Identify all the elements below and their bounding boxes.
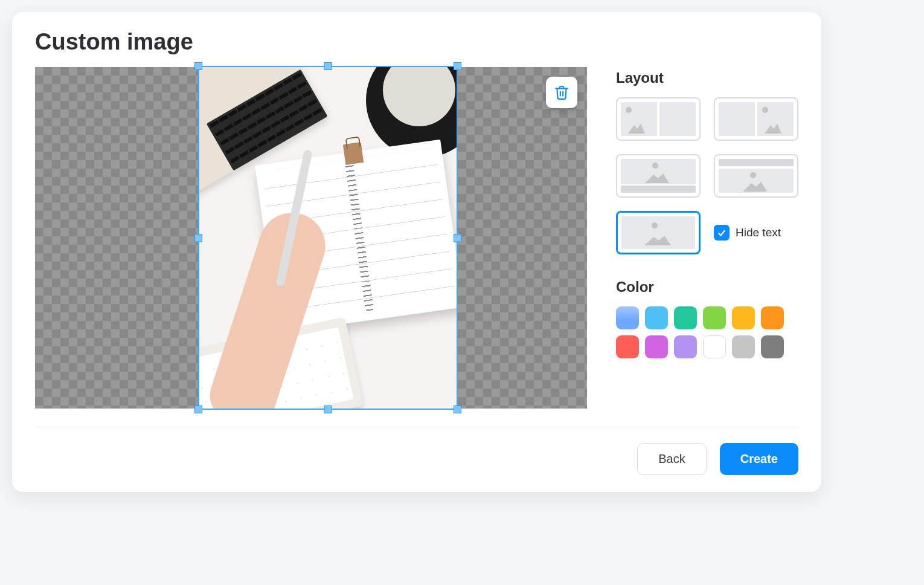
resize-handle-bl[interactable] bbox=[194, 406, 202, 413]
layout-option-banner-top[interactable] bbox=[714, 154, 798, 198]
custom-image-dialog: Custom image bbox=[12, 12, 821, 492]
color-swatch-9[interactable] bbox=[703, 335, 726, 358]
layout-option-image-left[interactable] bbox=[616, 97, 701, 141]
color-swatch-1[interactable] bbox=[645, 306, 668, 329]
color-swatch-2[interactable] bbox=[674, 306, 697, 329]
resize-handle-tr[interactable] bbox=[454, 62, 461, 70]
resize-handle-tc[interactable] bbox=[324, 62, 332, 70]
layout-section-title: Layout bbox=[616, 69, 798, 86]
check-icon bbox=[716, 227, 727, 238]
color-section-title: Color bbox=[616, 279, 798, 296]
hide-text-label: Hide text bbox=[736, 226, 781, 239]
color-swatches bbox=[616, 306, 797, 358]
color-swatch-4[interactable] bbox=[732, 306, 755, 329]
color-swatch-5[interactable] bbox=[761, 306, 784, 329]
resize-handle-ml[interactable] bbox=[194, 234, 202, 242]
color-swatch-10[interactable] bbox=[732, 335, 755, 358]
image-content bbox=[199, 67, 457, 409]
image-canvas[interactable] bbox=[35, 67, 587, 409]
layout-options: Hide text bbox=[616, 97, 798, 254]
layout-option-image-full[interactable] bbox=[616, 211, 701, 254]
selected-image[interactable] bbox=[198, 66, 458, 410]
dialog-footer: Back Create bbox=[35, 427, 798, 492]
color-swatch-0[interactable] bbox=[616, 306, 639, 329]
layout-option-banner-bottom[interactable] bbox=[616, 154, 701, 198]
color-swatch-8[interactable] bbox=[674, 335, 697, 358]
hide-text-checkbox[interactable] bbox=[714, 225, 730, 241]
color-swatch-6[interactable] bbox=[616, 335, 639, 358]
resize-handle-tl[interactable] bbox=[194, 62, 202, 70]
resize-handle-bc[interactable] bbox=[324, 406, 332, 413]
color-swatch-7[interactable] bbox=[645, 335, 668, 358]
layout-option-image-right[interactable] bbox=[714, 97, 798, 141]
dialog-title: Custom image bbox=[35, 29, 798, 55]
back-button[interactable]: Back bbox=[637, 443, 706, 475]
resize-handle-br[interactable] bbox=[454, 406, 461, 413]
delete-image-button[interactable] bbox=[546, 77, 577, 108]
color-swatch-3[interactable] bbox=[703, 306, 726, 329]
trash-icon bbox=[554, 85, 569, 100]
resize-handle-mr[interactable] bbox=[454, 234, 461, 242]
create-button[interactable]: Create bbox=[720, 443, 798, 475]
color-swatch-11[interactable] bbox=[761, 335, 784, 358]
